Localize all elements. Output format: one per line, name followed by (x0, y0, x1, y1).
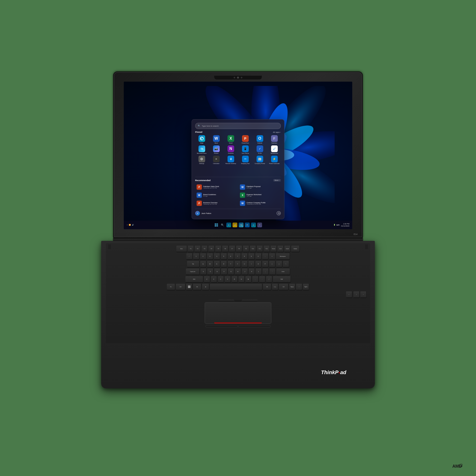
power-button[interactable]: ⏻ (276, 211, 281, 215)
key-r[interactable]: R (221, 261, 227, 268)
key-c[interactable]: C (218, 276, 224, 283)
key-win[interactable] (186, 284, 192, 290)
key-pgdn[interactable]: PgDn (303, 284, 309, 290)
key-0[interactable]: 0 (255, 253, 262, 260)
key-g[interactable]: G (228, 269, 234, 275)
taskbar-edge-2[interactable]: e (251, 222, 256, 227)
key-f11[interactable]: F11 (257, 246, 263, 252)
key-f12[interactable]: F12 (264, 246, 270, 252)
key-4[interactable]: 4 (214, 253, 220, 260)
key-d[interactable]: D (214, 269, 221, 275)
key-i[interactable]: I (249, 261, 255, 268)
key-capslock[interactable]: CapsLock (186, 269, 200, 275)
user-info[interactable]: J Jack Patton (195, 211, 211, 216)
key-insert[interactable]: Insert (284, 246, 290, 252)
key-rbracket[interactable]: ] (276, 261, 282, 268)
app-word[interactable]: W Word (210, 135, 223, 144)
taskbar-fileexplorer[interactable]: 📁 (233, 222, 237, 227)
key-f2[interactable]: F2 (195, 246, 201, 252)
key-1[interactable]: 1 (193, 253, 200, 260)
trackpoint-middle-button[interactable] (235, 299, 241, 301)
key-9[interactable]: 9 (249, 253, 255, 260)
rec-item-1[interactable]: P Fabrikam Sales Deck Yesterday at 2:15 … (195, 184, 238, 191)
app-onenote[interactable]: N OneNote (224, 145, 237, 154)
key-f1[interactable]: F1 (188, 246, 194, 252)
app-settings[interactable]: ⚙ Settings (195, 156, 208, 165)
app-companyportal[interactable]: 🏢 Company Portal (253, 156, 266, 165)
key-ctrl-left[interactable]: Ctrl (176, 284, 186, 290)
key-f9[interactable]: F9 (243, 246, 249, 252)
app-outlook[interactable]: O Outlook (253, 135, 266, 144)
key-f8[interactable]: F8 (236, 246, 242, 252)
key-ctrl-extra[interactable]: ⊞ (202, 284, 209, 290)
touchpad[interactable] (205, 302, 271, 324)
key-k[interactable]: K (249, 269, 255, 275)
key-f7[interactable]: F7 (229, 246, 235, 252)
key-h[interactable]: H (235, 269, 241, 275)
taskbar-msstore[interactable]: 🛍 (239, 222, 243, 227)
key-u[interactable]: U (241, 261, 248, 268)
key-comma[interactable]: , (252, 276, 258, 283)
sys-tray[interactable]: 2:30 PM 01/12/2023 (341, 223, 349, 227)
key-f[interactable]: F (221, 269, 227, 275)
key-home[interactable]: Home (271, 246, 277, 252)
key-j[interactable]: J (242, 269, 248, 275)
trackpoint-left-button[interactable] (219, 299, 234, 301)
key-y[interactable]: Y (235, 261, 241, 268)
key-alt-left[interactable]: Alt (193, 284, 201, 290)
more-button[interactable]: More › (273, 179, 281, 182)
key-alt-right[interactable]: Alt (263, 284, 271, 290)
app-excel[interactable]: X Excel (224, 135, 237, 144)
touchpad-left-button[interactable] (206, 325, 238, 327)
key-3[interactable]: 3 (207, 253, 213, 260)
search-bar[interactable]: 🔍 Type here to search (195, 123, 281, 129)
key-n[interactable]: N (238, 276, 245, 283)
key-shift-right[interactable]: Shift (273, 276, 291, 283)
key-x[interactable]: X (211, 276, 217, 283)
app-powerpoint[interactable]: P PowerPoint (239, 135, 252, 144)
key-fn[interactable]: Fn (167, 284, 175, 290)
app-whiteboard[interactable]: 🖊 Whiteboard (268, 145, 281, 154)
key-ctrl-right[interactable]: Ctrl (279, 284, 289, 290)
key-quote[interactable]: ' (270, 269, 276, 275)
key-m[interactable]: M (245, 276, 252, 283)
all-apps-link[interactable]: All apps › (273, 131, 281, 133)
app-photos[interactable]: 📷 Photos (210, 145, 223, 154)
key-space[interactable] (210, 284, 262, 290)
taskbar-teams[interactable]: T (257, 222, 262, 227)
key-o[interactable]: O (255, 261, 262, 268)
key-enter[interactable]: Enter (276, 269, 290, 275)
key-backslash[interactable]: \ (283, 261, 289, 268)
key-esc[interactable]: Esc (176, 246, 187, 252)
key-down[interactable]: ↓ (354, 291, 360, 298)
key-s[interactable]: S (207, 269, 214, 275)
key-right[interactable]: → (360, 291, 367, 298)
key-l[interactable]: L (255, 269, 262, 275)
key-2[interactable]: 2 (200, 253, 206, 260)
key-f3[interactable]: F3 (202, 246, 208, 252)
rec-item-6[interactable]: W Contoso Company Profile Yesterday at 1… (238, 200, 281, 207)
key-semicolon[interactable]: ; (262, 269, 269, 275)
key-f4[interactable]: F4 (208, 246, 215, 252)
start-button[interactable] (214, 222, 219, 227)
key-delete[interactable]: Delete (291, 246, 300, 252)
taskbar-mail[interactable]: ✉ (245, 222, 250, 227)
key-p[interactable]: P (262, 261, 269, 268)
key-5[interactable]: 5 (221, 253, 227, 260)
trackpoint-right-button[interactable] (242, 299, 257, 301)
key-7[interactable]: 7 (235, 253, 241, 260)
key-6[interactable]: 6 (228, 253, 234, 260)
key-period[interactable]: . (259, 276, 265, 283)
app-msstore[interactable]: 🛍 Microsoft Store (195, 145, 208, 154)
key-8[interactable]: 8 (241, 253, 248, 260)
key-end[interactable]: End (277, 246, 284, 252)
key-shift-left[interactable]: Shift (186, 276, 203, 283)
key-backspace[interactable]: Backspace (276, 253, 290, 260)
key-slash[interactable]: / (266, 276, 272, 283)
app-calculator[interactable]: = Calculator (210, 156, 223, 165)
key-up[interactable]: ↑ (296, 284, 302, 290)
key-f10[interactable]: F10 (250, 246, 256, 252)
key-minus[interactable]: - (262, 253, 269, 260)
app-remotedesktop[interactable]: 🖥 Remote Desktop (224, 156, 237, 165)
key-f6[interactable]: F6 (222, 246, 228, 252)
